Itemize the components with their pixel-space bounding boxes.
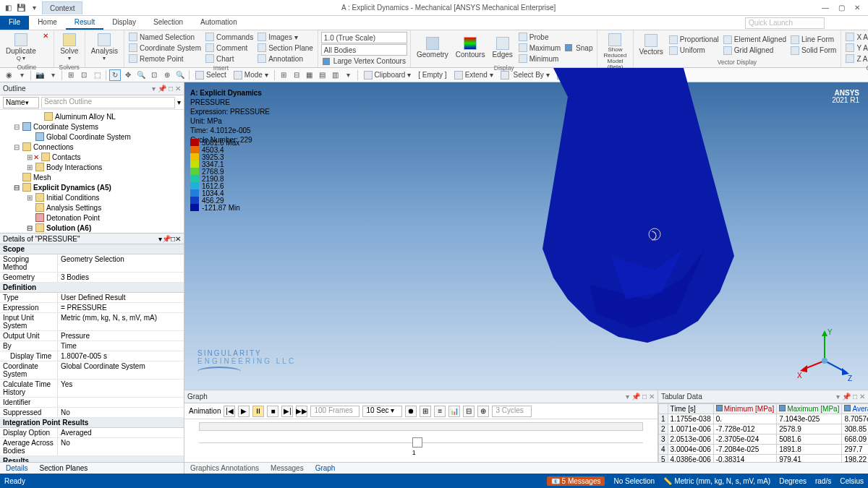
table-row[interactable]: 32.0513e-006-2.3705e-0245081.6668.09 <box>659 435 869 445</box>
tb-icon[interactable]: ⬚ <box>91 69 103 81</box>
tb-icon[interactable]: ⊟ <box>291 69 302 81</box>
clear-icon[interactable]: ▾ <box>177 98 181 106</box>
min-button[interactable]: Minimum <box>517 53 562 64</box>
context-tab[interactable]: Context <box>42 1 82 14</box>
cycles-combo[interactable]: 3 Cycles <box>492 406 532 417</box>
zoom-box-icon[interactable]: ⊡ <box>148 69 160 81</box>
contours-button[interactable]: Contours <box>453 32 488 64</box>
tab-automation[interactable]: Automation <box>192 16 246 30</box>
filter-combo[interactable]: Name ▾ <box>3 97 39 108</box>
tree-node[interactable]: ⊞Initial Conditions <box>0 192 184 202</box>
line-form-button[interactable]: Line Form <box>789 35 838 45</box>
x-axis-button[interactable]: X Axis <box>844 32 868 42</box>
frames-combo[interactable]: 100 Frames <box>310 406 359 417</box>
panel-close-icon[interactable]: □ <box>169 85 173 93</box>
solve-button[interactable]: Solve▾ <box>57 32 82 63</box>
status-rad[interactable]: rad/s <box>815 477 831 485</box>
quick-launch-input[interactable]: Quick Launch <box>745 17 825 29</box>
details-cat-scope[interactable]: Scope <box>0 244 184 254</box>
details-cat-ipr[interactable]: Integration Point Results <box>0 418 184 428</box>
tab-section-planes[interactable]: Section Planes <box>34 463 94 473</box>
scale-combo[interactable]: 1.0 (True Scale) <box>321 32 407 43</box>
tree-node[interactable]: ⊞Body Interactions <box>0 162 184 172</box>
graph-scrollbar[interactable] <box>199 422 643 431</box>
tree-node[interactable]: Global Coordinate System <box>0 132 184 142</box>
tree-node[interactable]: Aluminum Alloy NL <box>0 111 184 121</box>
vectors-button[interactable]: Vectors <box>637 32 666 58</box>
minimize-icon[interactable]: — <box>820 4 830 12</box>
snap-check[interactable]: Snap <box>563 43 594 53</box>
coord-system-button[interactable]: Coordinate System <box>127 43 203 53</box>
geometry-button[interactable]: Geometry <box>414 32 451 64</box>
select-button[interactable]: Select <box>192 71 229 80</box>
chart-button[interactable]: Chart <box>204 53 255 64</box>
pin-icon[interactable]: ▾ <box>152 85 156 93</box>
anim-play-icon[interactable]: ▶ <box>238 406 250 417</box>
analysis-button[interactable]: Analysis▾ <box>88 32 121 63</box>
tree-node[interactable]: ⊟Coordinate Systems <box>0 121 184 132</box>
table-row[interactable]: 54.0386e-006-0.38314979.41198.22 <box>659 455 869 463</box>
proportional-button[interactable]: Proportional <box>668 35 720 45</box>
tab-graph[interactable]: Graph <box>310 463 341 473</box>
tree-node-solution[interactable]: ⊟Solution (A6) <box>0 223 184 233</box>
grid-aligned-button[interactable]: Grid Aligned <box>722 46 788 56</box>
col-time[interactable]: Time [s] <box>668 404 713 414</box>
comment-button[interactable]: Comment <box>204 43 255 53</box>
table-row[interactable]: 21.0071e-006-7.728e-0122578.9308.85 <box>659 424 869 435</box>
max-button[interactable]: Maximum <box>517 43 562 53</box>
tb-icon[interactable]: ⊞ <box>278 69 289 81</box>
y-axis-button[interactable]: Y Axis <box>844 43 868 53</box>
uniform-button[interactable]: Uniform <box>668 46 720 56</box>
tb-icon[interactable]: ▦ <box>304 69 315 81</box>
delete-icon[interactable]: ✕ <box>41 32 51 63</box>
tree-node[interactable]: ⊟Connections <box>0 142 184 152</box>
qat-save-icon[interactable]: 💾 <box>16 3 26 13</box>
pan-icon[interactable]: ✥ <box>122 69 134 81</box>
tb-icon[interactable]: ⊡ <box>78 69 90 81</box>
status-temp[interactable]: Celsius <box>840 477 864 485</box>
anim-next-icon[interactable]: ▶▶ <box>296 406 307 417</box>
details-cat-def[interactable]: Definition <box>0 283 184 293</box>
anim-next-icon[interactable]: ▶| <box>281 406 293 417</box>
anim-pause-icon[interactable]: ⏸ <box>252 406 264 417</box>
commands-button[interactable]: Commands <box>204 32 255 42</box>
annotation-button[interactable]: Annotation <box>256 53 315 64</box>
tab-home[interactable]: Home <box>29 16 66 30</box>
camera-icon[interactable]: 📷 <box>34 69 46 81</box>
anim-icon[interactable]: ⊞ <box>420 406 431 417</box>
tab-selection[interactable]: Selection <box>145 16 192 30</box>
fit-icon[interactable]: ⊕ <box>161 69 173 81</box>
bodies-combo[interactable]: All Bodies <box>321 44 407 56</box>
anim-icon[interactable]: ⊕ <box>477 406 489 417</box>
tab-display[interactable]: Display <box>103 16 145 30</box>
anim-icon[interactable]: ⊟ <box>463 406 475 417</box>
tb-icon[interactable]: ▥ <box>330 69 341 81</box>
show-reduced-button[interactable]: Show Reduced Model (Beta) <box>600 32 629 72</box>
probe-button[interactable]: Probe <box>517 32 562 42</box>
graph-slider[interactable]: 1 <box>199 442 643 454</box>
col-max[interactable]: Maximum [MPa] <box>777 404 842 414</box>
tb-icon[interactable]: ▾ <box>16 69 27 81</box>
graphics-viewport[interactable]: A: Explicit Dynamics PRESSURE Expression… <box>184 82 868 390</box>
search-outline-input[interactable]: Search Outline <box>41 97 175 108</box>
slider-thumb[interactable] <box>412 437 422 448</box>
section-plane-button[interactable]: Section Plane <box>256 43 315 53</box>
tab-file[interactable]: File <box>0 16 29 30</box>
tb-icon[interactable]: 🔍 <box>174 69 186 81</box>
edges-button[interactable]: Edges <box>489 32 515 64</box>
images-button[interactable]: Images ▾ <box>256 32 315 42</box>
large-vertex-check[interactable]: Large Vertex Contours <box>321 56 407 66</box>
tree-node[interactable]: Detonation Point <box>0 213 184 223</box>
anim-icon[interactable]: ≡ <box>434 406 446 417</box>
anim-record-icon[interactable]: ⏺ <box>405 406 417 417</box>
col-avg[interactable]: Average [MPa] <box>842 404 868 414</box>
tree-node-explicit[interactable]: ⊟Explicit Dynamics (A5) <box>0 182 184 192</box>
tab-details[interactable]: Details <box>0 463 34 473</box>
z-axis-button[interactable]: Z Axis <box>844 53 868 64</box>
col-min[interactable]: Minimum [MPa] <box>713 404 776 414</box>
panel-close-icon[interactable]: ✕ <box>175 235 181 243</box>
remote-point-button[interactable]: Remote Point <box>127 53 203 64</box>
tree-node[interactable]: Analysis Settings <box>0 202 184 213</box>
clipboard-button[interactable]: Clipboard ▾ <box>361 71 414 80</box>
qat-menu-icon[interactable]: ▾ <box>29 3 39 13</box>
